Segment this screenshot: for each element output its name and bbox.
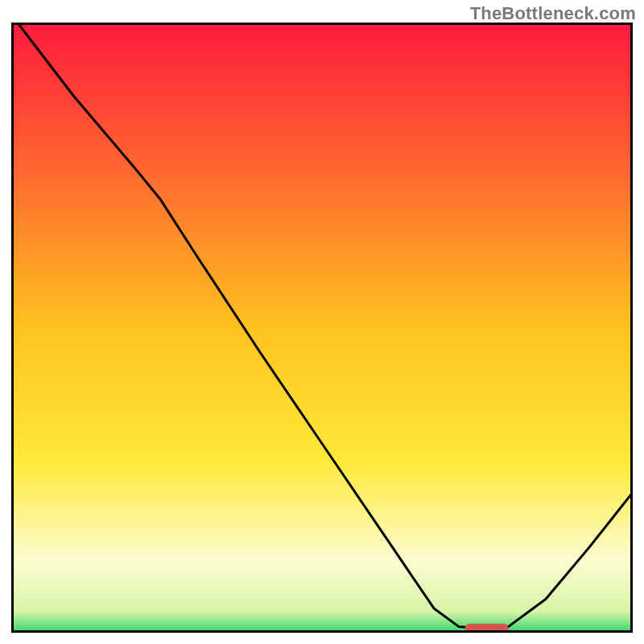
gradient-background	[11, 23, 633, 633]
chart-container: TheBottleneck.com	[0, 0, 644, 644]
plot-area	[11, 23, 633, 633]
watermark-text: TheBottleneck.com	[470, 3, 636, 24]
chart-svg	[11, 23, 633, 633]
